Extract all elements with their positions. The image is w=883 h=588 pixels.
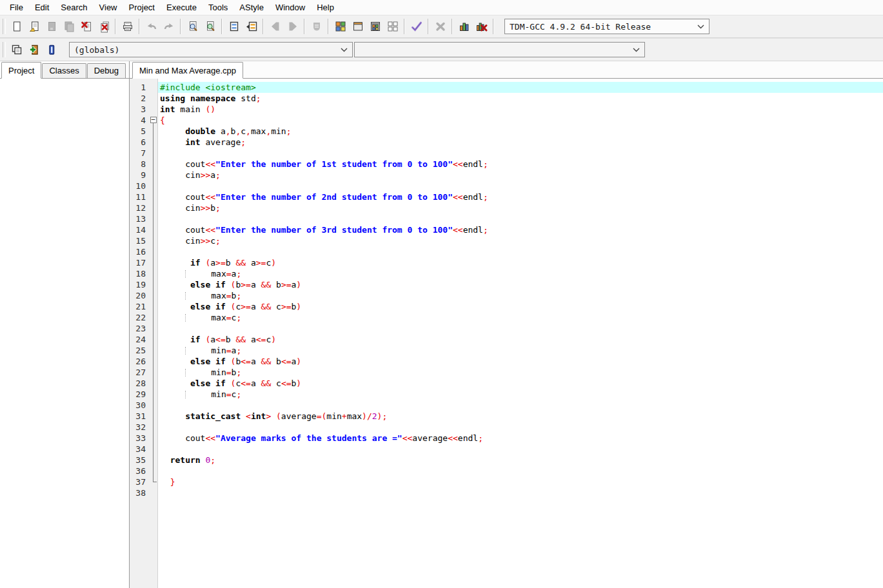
- compiler-combobox[interactable]: TDM-GCC 4.9.2 64-bit Release: [504, 19, 709, 34]
- rebuild-all-button[interactable]: [384, 18, 401, 35]
- new-file-button[interactable]: [8, 18, 25, 35]
- code-editor[interactable]: 1#include <iostream>2using namespace std…: [130, 79, 883, 588]
- code-line-text[interactable]: cin>>b;: [158, 202, 883, 213]
- code-line-text[interactable]: if (a<=b && a<=c): [158, 334, 883, 345]
- code-line-text[interactable]: [158, 213, 883, 224]
- code-line: 22 max=c;: [130, 312, 883, 323]
- nested-window-button[interactable]: [8, 41, 25, 59]
- compile-icon: [334, 20, 347, 33]
- profile-delete-button[interactable]: [473, 18, 490, 35]
- menu-item-project[interactable]: Project: [123, 1, 161, 14]
- fold-margin: [149, 487, 158, 498]
- code-line-text[interactable]: if (a>=b && a>=c): [158, 257, 883, 268]
- code-line-text[interactable]: cout<<"Enter the number of 1st student f…: [158, 159, 883, 170]
- code-line-text[interactable]: min=c;: [158, 389, 883, 400]
- fold-marker[interactable]: −: [149, 115, 158, 126]
- compile-button[interactable]: [332, 18, 349, 35]
- open-file-button[interactable]: [25, 18, 43, 35]
- line-number: 9: [130, 170, 149, 181]
- bookmark-button[interactable]: [243, 18, 260, 35]
- sidebar-tab-classes[interactable]: Classes: [42, 63, 86, 78]
- code-line-text[interactable]: else if (c<=a && c<=b): [158, 378, 883, 389]
- code-line-text[interactable]: min=a;: [158, 345, 883, 356]
- fold-marker: [149, 126, 158, 137]
- code-line-text[interactable]: [158, 444, 883, 455]
- code-line-text[interactable]: else if (b<=a && b<=a): [158, 356, 883, 367]
- editor-tab-min-and-max-average-cpp[interactable]: Min and Max Average.cpp: [132, 62, 243, 79]
- menu-item-astyle[interactable]: AStyle: [233, 1, 270, 14]
- code-line-text[interactable]: int average;: [158, 137, 883, 148]
- fold-collapse-icon[interactable]: −: [150, 117, 157, 123]
- line-number: 19: [130, 279, 149, 290]
- code-line-text[interactable]: }: [158, 476, 883, 487]
- sidebar-tab-debug[interactable]: Debug: [87, 63, 126, 78]
- code-line-text[interactable]: [158, 466, 883, 476]
- code-line-text[interactable]: cout<<"Enter the number of 2nd student f…: [158, 191, 883, 202]
- close-all-button[interactable]: [95, 18, 112, 35]
- code-line-text[interactable]: [158, 181, 883, 191]
- code-line-text[interactable]: max=c;: [158, 312, 883, 323]
- code-line-text[interactable]: [158, 487, 883, 498]
- menu-item-tools[interactable]: Tools: [203, 1, 233, 14]
- fold-marker: [149, 400, 158, 411]
- project-explorer-panel: ProjectClassesDebug: [0, 61, 130, 588]
- run-button[interactable]: [349, 18, 366, 35]
- code-line: 15 cin>>c;: [130, 235, 883, 246]
- sidebar-tab-project[interactable]: Project: [1, 62, 41, 79]
- fold-marker: [149, 312, 158, 323]
- blue-block-button[interactable]: [43, 41, 60, 59]
- project-explorer-content[interactable]: [0, 79, 129, 588]
- code-line-text[interactable]: static_cast <int> (average=(min+max)/2);: [158, 411, 883, 422]
- forward-icon: [286, 20, 299, 33]
- code-line-text[interactable]: cout<<"Enter the number of 3rd student f…: [158, 224, 883, 235]
- code-line-text[interactable]: using namespace std;: [158, 93, 883, 104]
- code-line-text[interactable]: [158, 323, 883, 334]
- syntax-check-button[interactable]: [408, 18, 425, 35]
- redo-button: [160, 18, 177, 35]
- goto-line-button[interactable]: [225, 18, 243, 35]
- close-file-button[interactable]: [77, 18, 95, 35]
- compile-run-button[interactable]: [366, 18, 384, 35]
- globals-combobox[interactable]: (globals): [69, 42, 353, 57]
- code-line-text[interactable]: #include <iostream>: [158, 82, 883, 93]
- code-line-text[interactable]: [158, 422, 883, 433]
- code-line-text[interactable]: [158, 246, 883, 257]
- save-all-button: [60, 18, 77, 35]
- print-button[interactable]: [119, 18, 136, 35]
- menu-item-window[interactable]: Window: [270, 1, 311, 14]
- code-line-text[interactable]: int main (): [158, 104, 883, 115]
- code-line-text[interactable]: cout<<"Average marks of the students are…: [158, 433, 883, 444]
- find-button[interactable]: [184, 18, 201, 35]
- code-line-text[interactable]: max=a;: [158, 268, 883, 279]
- fold-marker: [149, 345, 158, 356]
- profile-button[interactable]: [455, 18, 473, 35]
- code-line-text[interactable]: {: [158, 115, 883, 126]
- fold-margin: [149, 104, 158, 115]
- menu-item-help[interactable]: Help: [311, 1, 340, 14]
- menu-item-view[interactable]: View: [94, 1, 123, 14]
- code-line-text[interactable]: [158, 148, 883, 159]
- code-line-text[interactable]: min=b;: [158, 367, 883, 378]
- code-line-text[interactable]: else if (c>=a && c>=b): [158, 301, 883, 312]
- menu-item-execute[interactable]: Execute: [161, 1, 203, 14]
- fold-marker[interactable]: [149, 476, 158, 487]
- code-line-text[interactable]: double a,b,c,max,min;: [158, 126, 883, 137]
- members-combobox[interactable]: [354, 42, 645, 57]
- code-line-text[interactable]: cin>>a;: [158, 170, 883, 181]
- line-number: 28: [130, 378, 149, 389]
- code-line-text[interactable]: return 0;: [158, 455, 883, 466]
- menu-item-edit[interactable]: Edit: [29, 1, 55, 14]
- code-line-text[interactable]: cin>>c;: [158, 235, 883, 246]
- add-item-button[interactable]: [25, 41, 43, 59]
- toolbar-separator: [180, 19, 181, 34]
- code-line: 23: [130, 323, 883, 334]
- replace-button[interactable]: [201, 18, 219, 35]
- line-number: 21: [130, 301, 149, 312]
- code-line-text[interactable]: else if (b>=a && b>=a): [158, 279, 883, 290]
- code-line: 31 static_cast <int> (average=(min+max)/…: [130, 411, 883, 422]
- code-line-text[interactable]: max=b;: [158, 290, 883, 301]
- code-line-text[interactable]: [158, 400, 883, 411]
- menu-item-search[interactable]: Search: [55, 1, 93, 14]
- menu-item-file[interactable]: File: [4, 1, 29, 14]
- line-number: 37: [130, 476, 149, 487]
